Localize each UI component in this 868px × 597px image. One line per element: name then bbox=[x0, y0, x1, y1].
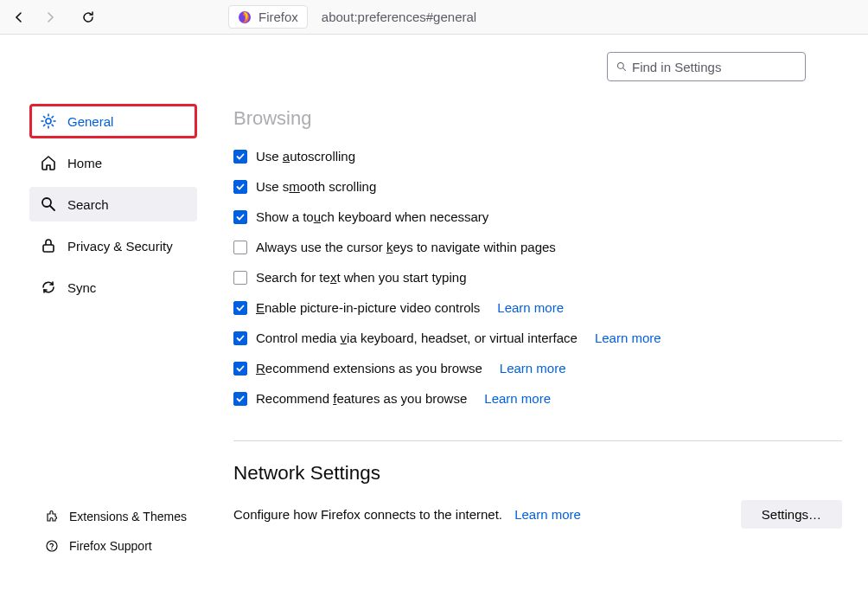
sidebar-item-label: Search bbox=[67, 197, 109, 212]
section-title-browsing: Browsing bbox=[233, 107, 842, 130]
network-learn-more[interactable]: Learn more bbox=[514, 507, 581, 522]
main-panel: Browsing Use autoscrollingUse smooth scr… bbox=[207, 35, 868, 597]
section-title-network: Network Settings bbox=[233, 462, 842, 485]
network-settings-button[interactable]: Settings… bbox=[741, 500, 842, 529]
checkbox[interactable] bbox=[233, 331, 247, 345]
sidebar-item-sync[interactable]: Sync bbox=[29, 270, 197, 305]
nav-buttons bbox=[7, 5, 100, 29]
identity-box[interactable]: Firefox bbox=[228, 5, 308, 29]
sidebar-item-label: Home bbox=[67, 156, 102, 170]
sidebar: General Home Search Privacy & Security bbox=[0, 35, 207, 597]
gear-icon bbox=[40, 112, 57, 130]
search-wrap bbox=[607, 52, 806, 81]
divider bbox=[233, 440, 842, 441]
sidebar-item-label: Firefox Support bbox=[69, 539, 152, 553]
checkbox[interactable] bbox=[233, 362, 247, 376]
browsing-option-7[interactable]: Recommend extensions as you browseLearn … bbox=[233, 361, 842, 376]
option-label: Recommend extensions as you browse bbox=[256, 361, 482, 376]
sidebar-item-label: Extensions & Themes bbox=[69, 510, 187, 523]
option-label: Enable picture-in-picture video controls bbox=[256, 300, 480, 315]
svg-point-6 bbox=[51, 549, 52, 549]
learn-more-link[interactable]: Learn more bbox=[500, 361, 566, 376]
checkbox[interactable] bbox=[233, 210, 247, 224]
browsing-option-3[interactable]: Always use the cursor keys to navigate w… bbox=[233, 240, 842, 254]
svg-point-5 bbox=[47, 541, 57, 551]
checkbox[interactable] bbox=[233, 271, 247, 285]
browsing-option-5[interactable]: Enable picture-in-picture video controls… bbox=[233, 300, 842, 315]
sidebar-item-label: Sync bbox=[67, 280, 96, 295]
learn-more-link[interactable]: Learn more bbox=[595, 331, 661, 345]
checkbox[interactable] bbox=[233, 392, 247, 406]
option-label: Control media via keyboard, headset, or … bbox=[256, 331, 578, 345]
browsing-option-0[interactable]: Use autoscrolling bbox=[233, 149, 842, 164]
sidebar-item-label: General bbox=[67, 114, 113, 129]
svg-line-3 bbox=[50, 206, 54, 210]
puzzle-icon bbox=[45, 510, 59, 523]
search-icon bbox=[40, 196, 57, 213]
sidebar-item-search[interactable]: Search bbox=[29, 187, 197, 221]
reload-button[interactable] bbox=[76, 5, 100, 29]
option-label: Search for text when you start typing bbox=[256, 270, 466, 285]
sidebar-item-support[interactable]: Firefox Support bbox=[35, 533, 197, 559]
find-in-settings[interactable] bbox=[607, 52, 806, 81]
browsing-option-8[interactable]: Recommend features as you browseLearn mo… bbox=[233, 391, 842, 406]
option-label: Use smooth scrolling bbox=[256, 179, 376, 194]
help-icon bbox=[45, 539, 59, 553]
checkbox[interactable] bbox=[233, 241, 247, 254]
browsing-option-1[interactable]: Use smooth scrolling bbox=[233, 179, 842, 194]
svg-line-8 bbox=[623, 68, 626, 71]
back-button[interactable] bbox=[7, 5, 31, 29]
sidebar-item-general[interactable]: General bbox=[29, 104, 197, 138]
option-label: Use autoscrolling bbox=[256, 149, 355, 164]
checkbox[interactable] bbox=[233, 301, 247, 315]
home-icon bbox=[40, 154, 57, 171]
option-label: Show a touch keyboard when necessary bbox=[256, 209, 488, 224]
firefox-icon bbox=[238, 10, 252, 24]
learn-more-link[interactable]: Learn more bbox=[484, 391, 551, 406]
option-label: Recommend features as you browse bbox=[256, 391, 467, 406]
svg-rect-4 bbox=[43, 245, 54, 252]
network-desc: Configure how Firefox connects to the in… bbox=[233, 507, 581, 522]
browsing-option-4[interactable]: Search for text when you start typing bbox=[233, 270, 842, 285]
option-label: Always use the cursor keys to navigate w… bbox=[256, 240, 556, 254]
content: General Home Search Privacy & Security bbox=[0, 35, 868, 597]
browsing-option-2[interactable]: Show a touch keyboard when necessary bbox=[233, 209, 842, 224]
search-input[interactable] bbox=[632, 60, 796, 74]
sidebar-item-label: Privacy & Security bbox=[67, 239, 173, 254]
browsing-option-6[interactable]: Control media via keyboard, headset, or … bbox=[233, 331, 842, 345]
browsing-section: Browsing Use autoscrollingUse smooth scr… bbox=[233, 107, 842, 406]
sidebar-item-extensions[interactable]: Extensions & Themes bbox=[35, 504, 197, 530]
network-section: Network Settings Configure how Firefox c… bbox=[233, 462, 842, 529]
sidebar-item-home[interactable]: Home bbox=[29, 145, 197, 180]
svg-point-1 bbox=[46, 119, 51, 124]
checkbox[interactable] bbox=[233, 180, 247, 194]
lock-icon bbox=[40, 237, 57, 254]
sidebar-item-privacy[interactable]: Privacy & Security bbox=[29, 228, 197, 263]
sync-icon bbox=[40, 279, 57, 296]
checkbox[interactable] bbox=[233, 150, 247, 164]
search-icon bbox=[616, 61, 627, 73]
learn-more-link[interactable]: Learn more bbox=[497, 300, 564, 315]
browser-toolbar: Firefox about:preferences#general bbox=[0, 0, 868, 35]
forward-button[interactable] bbox=[38, 5, 62, 29]
identity-label: Firefox bbox=[258, 10, 298, 24]
url-text[interactable]: about:preferences#general bbox=[322, 10, 476, 24]
